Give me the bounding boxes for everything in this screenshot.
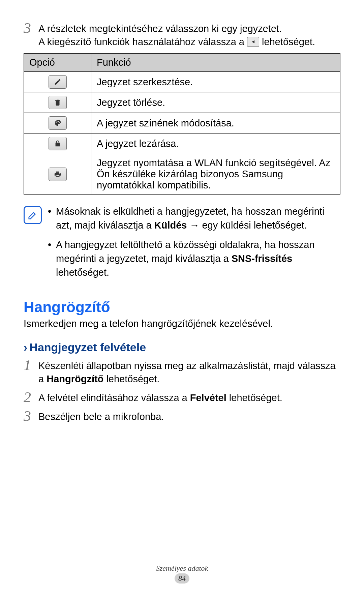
table-row: A jegyzet lezárása. xyxy=(24,133,340,154)
step-body: Beszéljen bele a mikrofonba. xyxy=(38,408,340,423)
step-number: 3 xyxy=(24,20,38,36)
section-title: Hangrögzítő xyxy=(24,299,340,316)
s2-bold: Felvétel xyxy=(190,392,226,403)
step-body: Készenléti állapotban nyissa meg az alka… xyxy=(38,357,340,386)
step-number: 2 xyxy=(24,389,38,405)
page-footer: Személyes adatok 84 xyxy=(0,564,364,584)
note-icon xyxy=(24,206,42,224)
icon-cell xyxy=(24,92,91,113)
table-row: Jegyzet nyomtatása a WLAN funkció segíts… xyxy=(24,154,340,195)
s2-b: lehetőséget. xyxy=(226,392,282,403)
left-arrow-icon xyxy=(247,37,259,47)
edit-icon xyxy=(49,75,67,89)
note1-bold: Küldés xyxy=(154,220,187,231)
note-item-2: A hangjegyzet feltölthető a közösségi ol… xyxy=(48,238,340,279)
th-option: Opció xyxy=(24,54,91,72)
step-number: 1 xyxy=(24,357,38,373)
icon-cell xyxy=(24,133,91,154)
step-3: 3 A részletek megtekintéséhez válasszon … xyxy=(24,20,340,49)
step-1: 1 Készenléti állapotban nyissa meg az al… xyxy=(24,357,340,386)
note-list: Másoknak is elküldheti a hangjegyzetet, … xyxy=(48,205,340,285)
note1-b: → egy küldési lehetőséget. xyxy=(187,220,307,231)
func-cell: Jegyzet törlése. xyxy=(91,92,340,113)
caret-icon: › xyxy=(24,341,27,354)
icon-cell xyxy=(24,72,91,92)
options-table: Opció Funkció Jegyzet szerkesztése. xyxy=(24,53,340,195)
step-body: A felvétel elindításához válassza a Felv… xyxy=(38,389,340,405)
sub-title-text: Hangjegyzet felvétele xyxy=(29,341,146,354)
th-function: Funkció xyxy=(91,54,340,72)
func-cell: A jegyzet színének módosítása. xyxy=(91,113,340,133)
page-number: 84 xyxy=(175,573,189,584)
trash-icon xyxy=(49,96,67,109)
step-3b: 3 Beszéljen bele a mikrofonba. xyxy=(24,408,340,424)
lock-icon xyxy=(49,137,67,150)
step-2: 2 A felvétel elindításához válassza a Fe… xyxy=(24,389,340,405)
step3-line1: A részletek megtekintéséhez válasszon ki… xyxy=(38,23,282,34)
table-row: A jegyzet színének módosítása. xyxy=(24,113,340,133)
table-row: Jegyzet szerkesztése. xyxy=(24,72,340,92)
note-block: Másoknak is elküldheti a hangjegyzetet, … xyxy=(24,205,340,285)
s1-b: lehetőséget. xyxy=(103,374,159,384)
icon-cell xyxy=(24,154,91,195)
icon-cell xyxy=(24,113,91,133)
func-cell: Jegyzet szerkesztése. xyxy=(91,72,340,92)
note2-b: lehetőséget. xyxy=(56,267,109,278)
palette-icon xyxy=(49,116,67,130)
sub-title: ›Hangjegyzet felvétele xyxy=(24,341,340,354)
step-number: 3 xyxy=(24,408,38,424)
step-body: A részletek megtekintéséhez válasszon ki… xyxy=(38,20,340,49)
section-desc: Ismerkedjen meg a telefon hangrögzítőjén… xyxy=(24,318,340,329)
func-cell: A jegyzet lezárása. xyxy=(91,133,340,154)
s3-a: Beszéljen bele a mikrofonba. xyxy=(38,411,164,422)
print-icon xyxy=(49,168,67,181)
footer-title: Személyes adatok xyxy=(0,564,364,573)
table-row: Jegyzet törlése. xyxy=(24,92,340,113)
note-item-1: Másoknak is elküldheti a hangjegyzetet, … xyxy=(48,205,340,232)
note2-bold: SNS-frissítés xyxy=(232,253,293,264)
page: 3 A részletek megtekintéséhez válasszon … xyxy=(0,0,364,597)
step3-line2a: A kiegészítő funkciók használatához vála… xyxy=(38,36,247,47)
s1-bold: Hangrögzítő xyxy=(47,374,103,384)
func-cell: Jegyzet nyomtatása a WLAN funkció segíts… xyxy=(91,154,340,195)
step3-line2b: lehetőséget. xyxy=(262,36,315,47)
s2-a: A felvétel elindításához válassza a xyxy=(38,392,190,403)
